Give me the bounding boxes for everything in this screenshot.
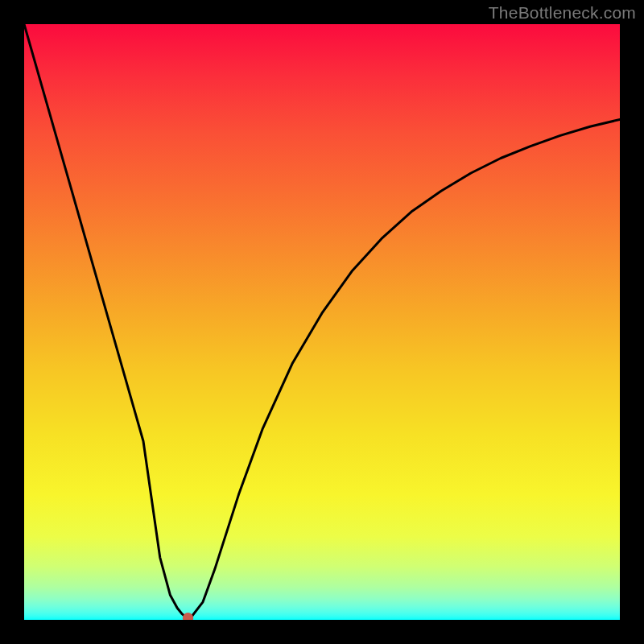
plot-area xyxy=(24,24,620,620)
watermark-text: TheBottleneck.com xyxy=(489,3,636,23)
curve-svg xyxy=(24,24,620,620)
bottleneck-curve xyxy=(24,24,620,618)
curve-marker xyxy=(183,613,193,620)
chart-frame: TheBottleneck.com xyxy=(0,0,644,644)
